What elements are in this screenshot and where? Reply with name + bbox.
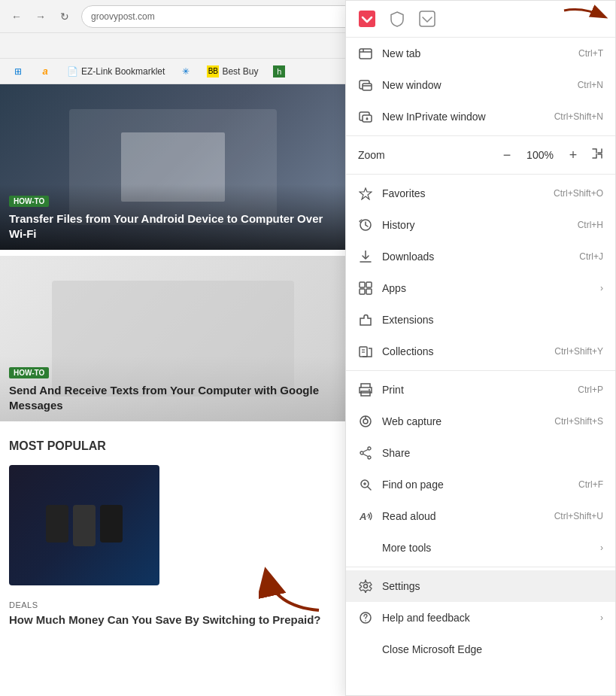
deals-title: How Much Money Can You Save By Switching… <box>9 612 337 628</box>
svg-rect-20 <box>360 289 365 294</box>
zoom-plus-button[interactable]: + <box>564 146 582 164</box>
back-button[interactable]: ← <box>6 6 27 27</box>
menu-pocket-save-icon[interactable] <box>415 7 439 31</box>
menu-shield-icon[interactable] <box>385 7 409 31</box>
bookmark-bestbuy[interactable]: BB Best Buy <box>201 63 264 80</box>
svg-rect-18 <box>360 282 365 287</box>
menu-item-close-edge[interactable]: Close Microsoft Edge <box>346 634 615 665</box>
menu-item-web-capture[interactable]: Web capture Ctrl+Shift+S <box>346 406 615 437</box>
svg-point-42 <box>364 585 368 588</box>
bookmark-ezlink[interactable]: 📄 EZ-Link Bookmarklet <box>60 63 171 80</box>
inprivate-icon <box>358 109 373 124</box>
article-overlay-1: HOW-TO Transfer Files from Your Android … <box>0 184 346 250</box>
svg-point-33 <box>360 451 363 454</box>
svg-point-32 <box>368 456 371 459</box>
how-to-badge-2: HOW-TO <box>9 367 49 378</box>
read-aloud-menu-icon: A ʌ <box>358 509 373 524</box>
menu-item-apps[interactable]: Apps › <box>346 272 615 304</box>
menu-item-find[interactable]: Find on page Ctrl+F <box>346 469 615 500</box>
new-tab-label: New tab <box>382 47 578 59</box>
menu-item-more-tools[interactable]: More tools › <box>346 532 615 564</box>
svg-rect-5 <box>360 49 372 59</box>
extensions-label: Extensions <box>382 314 603 326</box>
deals-label: DEALS <box>9 600 337 609</box>
new-tab-icon <box>358 46 373 61</box>
how-to-badge-1: HOW-TO <box>9 196 49 207</box>
web-capture-menu-icon <box>358 414 373 429</box>
bookmark-microsoft[interactable]: ⊞ <box>6 63 30 80</box>
bookmark-walmart[interactable]: ✳ <box>174 63 198 80</box>
menu-item-new-window[interactable]: New window Ctrl+N <box>346 69 615 101</box>
favorites-shortcut: Ctrl+Shift+O <box>554 188 603 199</box>
menu-item-settings[interactable]: Settings <box>346 570 615 602</box>
more-tools-menu-icon <box>358 540 373 555</box>
print-label: Print <box>382 384 578 396</box>
menu-item-read-aloud[interactable]: A ʌ Read aloud Ctrl+Shift+U <box>346 500 615 532</box>
find-menu-icon <box>358 477 373 492</box>
history-shortcut: Ctrl+H <box>578 220 603 230</box>
menu-item-new-tab[interactable]: New tab Ctrl+T <box>346 38 615 69</box>
menu-item-downloads[interactable]: Downloads Ctrl+J <box>346 241 615 272</box>
menu-item-favorites[interactable]: Favorites Ctrl+Shift+O <box>346 178 615 209</box>
menu-item-share[interactable]: Share <box>346 437 615 469</box>
more-tools-arrow: › <box>600 543 603 553</box>
divider-4 <box>346 567 615 567</box>
collections-shortcut: Ctrl+Shift+Y <box>554 346 603 357</box>
inprivate-label: New InPrivate window <box>382 111 554 123</box>
most-popular-heading: MOST POPULAR <box>0 427 346 459</box>
history-label: History <box>382 219 578 231</box>
zoom-expand-button[interactable] <box>591 147 603 163</box>
help-arrow: › <box>600 612 603 623</box>
apps-label: Apps <box>382 282 594 294</box>
refresh-button[interactable]: ↻ <box>54 6 75 27</box>
svg-line-37 <box>368 487 371 490</box>
svg-rect-4 <box>420 11 435 26</box>
page-content: ⊞ a 📄 EZ-Link Bookmarklet ✳ BB Best Buy … <box>0 59 346 696</box>
zoom-minus-button[interactable]: − <box>498 146 516 164</box>
inprivate-shortcut: Ctrl+Shift+N <box>554 111 603 122</box>
svg-text:A: A <box>359 511 366 522</box>
new-tab-shortcut: Ctrl+T <box>578 48 603 59</box>
menu-pocket-icon[interactable] <box>355 7 379 31</box>
svg-rect-3 <box>359 11 375 27</box>
article-card-2[interactable]: HOW-TO Send And Receive Texts from Your … <box>0 256 346 421</box>
menu-item-print[interactable]: Print Ctrl+P <box>346 374 615 406</box>
web-capture-shortcut: Ctrl+Shift+S <box>554 416 603 427</box>
web-capture-label: Web capture <box>382 415 554 427</box>
menu-top-icons <box>346 1 615 38</box>
settings-label: Settings <box>382 580 603 592</box>
bookmark-amazon[interactable]: a <box>33 63 57 80</box>
divider-2 <box>346 174 615 175</box>
article-title-1: Transfer Files from Your Android Device … <box>9 211 337 241</box>
print-shortcut: Ctrl+P <box>578 384 603 395</box>
svg-rect-21 <box>366 289 372 294</box>
menu-item-history[interactable]: History Ctrl+H <box>346 209 615 241</box>
svg-point-27 <box>369 389 370 391</box>
menu-item-help[interactable]: Help and feedback › <box>346 602 615 634</box>
forward-button[interactable]: → <box>30 6 51 27</box>
find-label: Find on page <box>382 479 578 491</box>
article-card-1[interactable]: HOW-TO Transfer Files from Your Android … <box>0 84 346 250</box>
menu-item-collections[interactable]: Collections Ctrl+Shift+Y <box>346 336 615 367</box>
find-shortcut: Ctrl+F <box>578 479 603 490</box>
divider-1 <box>346 135 615 136</box>
deals-card[interactable]: DEALS How Much Money Can You Save By Swi… <box>0 591 346 637</box>
extensions-menu-icon <box>358 312 373 327</box>
svg-rect-19 <box>366 282 372 287</box>
help-menu-icon <box>358 610 373 625</box>
downloads-menu-icon <box>358 249 373 264</box>
help-label: Help and feedback <box>382 612 594 624</box>
collections-menu-icon <box>358 344 373 359</box>
svg-rect-26 <box>361 391 370 396</box>
print-menu-icon <box>358 382 373 397</box>
downloads-label: Downloads <box>382 251 579 263</box>
menu-item-extensions[interactable]: Extensions <box>346 304 615 336</box>
read-aloud-label: Read aloud <box>382 510 554 522</box>
new-window-shortcut: Ctrl+N <box>578 80 603 90</box>
apps-menu-icon <box>358 281 373 296</box>
svg-rect-25 <box>361 384 370 388</box>
menu-item-inprivate[interactable]: New InPrivate window Ctrl+Shift+N <box>346 101 615 132</box>
zoom-controls: − 100% + <box>498 146 582 164</box>
bookmark-other[interactable]: h <box>267 63 291 80</box>
svg-point-44 <box>365 620 366 622</box>
